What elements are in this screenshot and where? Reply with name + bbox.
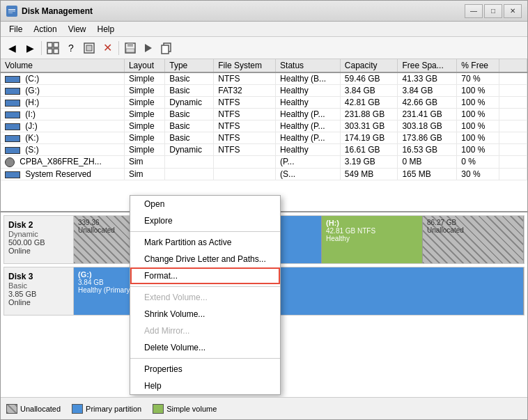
cell-extra	[499, 156, 527, 169]
toolbar-help[interactable]: ?	[63, 40, 79, 56]
toolbar-save[interactable]	[122, 40, 139, 56]
partition-size: 86.27 GB	[427, 219, 519, 226]
context-menu-item[interactable]: Delete Volume...	[130, 339, 280, 356]
cell-capacity: 231.88 GB	[340, 109, 398, 120]
cell-free: 231.41 GB	[398, 109, 457, 120]
cell-free: 173.86 GB	[398, 132, 457, 144]
table-row[interactable]: (H:) Simple Dynamic NTFS Healthy 42.81 G…	[1, 97, 527, 109]
toolbar-delete[interactable]: ✕	[99, 40, 116, 56]
svg-rect-5	[54, 42, 59, 47]
partition-name: (H:)	[326, 219, 418, 227]
toolbar-shrink[interactable]	[81, 40, 98, 56]
cell-type	[165, 168, 214, 180]
cell-layout: Simple	[124, 97, 164, 109]
toolbar-sep-1	[41, 41, 42, 55]
svg-rect-3	[8, 13, 13, 13]
cell-fs: NTFS	[214, 109, 276, 120]
minimize-button[interactable]: —	[465, 4, 483, 18]
col-header-volume[interactable]: Volume	[1, 59, 124, 72]
cell-layout: Simple	[124, 109, 164, 120]
col-header-capacity[interactable]: Capacity	[340, 59, 398, 72]
window-icon	[6, 6, 17, 17]
col-header-status[interactable]: Status	[276, 59, 341, 72]
cell-fs: NTFS	[214, 132, 276, 144]
menu-action[interactable]: Action	[28, 23, 62, 36]
menu-view[interactable]: View	[63, 23, 92, 36]
volume-table-container[interactable]: Volume Layout Type File System Status Ca…	[1, 59, 527, 212]
svg-rect-6	[47, 49, 52, 54]
cell-layout: Simple	[124, 132, 164, 144]
context-menu-item[interactable]: Mark Partition as Active	[130, 234, 280, 251]
table-row[interactable]: System Reserved Sim (S... 549 MB 165 MB …	[1, 168, 527, 180]
toolbar-copy[interactable]	[158, 40, 175, 56]
cell-status: Healthy (P...	[276, 109, 341, 120]
table-row[interactable]: (S:) Simple Dynamic NTFS Healthy 16.61 G…	[1, 144, 527, 156]
cell-pct: 100 %	[457, 132, 499, 144]
cell-volume: (H:)	[1, 97, 124, 109]
cell-layout: Sim	[124, 156, 164, 169]
context-menu-item[interactable]: Open	[130, 196, 280, 212]
context-menu-item[interactable]: Explore	[130, 212, 280, 229]
svg-rect-4	[47, 42, 52, 47]
context-menu-item[interactable]: Shrink Volume...	[130, 306, 280, 322]
cell-status: (S...	[276, 168, 341, 180]
svg-marker-13	[145, 44, 152, 52]
cell-pct: 100 %	[457, 85, 499, 97]
cell-type: Basic	[165, 109, 214, 120]
cell-fs: NTFS	[214, 97, 276, 109]
context-menu-separator	[130, 286, 280, 287]
legend-label-primary: Primary partition	[86, 405, 141, 413]
menu-help[interactable]: Help	[92, 23, 121, 36]
cell-fs: FAT32	[214, 85, 276, 97]
toolbar-back[interactable]: ◀	[3, 40, 20, 56]
context-menu[interactable]: OpenExploreMark Partition as ActiveChang…	[130, 195, 281, 395]
disk-label: Disk 3 Basic 3.85 GB Online	[4, 267, 74, 315]
toolbar-sep-2	[118, 41, 119, 55]
cell-fs: NTFS	[214, 72, 276, 85]
cell-free: 165 MB	[398, 168, 457, 180]
context-menu-item[interactable]: Properties	[130, 361, 280, 378]
disk-type: Basic	[8, 281, 69, 290]
col-header-free[interactable]: Free Spa...	[398, 59, 457, 72]
context-menu-item[interactable]: Help	[130, 378, 280, 394]
toolbar-forward[interactable]: ▶	[22, 40, 38, 56]
cell-type: Basic	[165, 85, 214, 97]
disk-partition[interactable]: (H:) 42.81 GB NTFS Healthy	[322, 216, 423, 263]
col-header-layout[interactable]: Layout	[124, 59, 164, 72]
context-menu-item[interactable]: Change Drive Letter and Paths...	[130, 251, 280, 267]
context-menu-item: Add Mirror...	[130, 322, 280, 339]
toolbar: ◀ ▶ ? ✕	[1, 37, 527, 59]
close-button[interactable]: ✕	[504, 4, 522, 18]
cell-free: 16.53 GB	[398, 144, 457, 156]
svg-rect-15	[162, 45, 169, 54]
table-row[interactable]: (C:) Simple Basic NTFS Healthy (B... 59.…	[1, 72, 527, 85]
col-header-filesystem[interactable]: File System	[214, 59, 276, 72]
table-row[interactable]: CPBA_X86FRE_ZH... Sim (P... 3.19 GB 0 MB…	[1, 156, 527, 169]
menu-file[interactable]: File	[3, 23, 28, 36]
svg-rect-11	[127, 43, 133, 47]
disk-partition[interactable]: 86.27 GB Unallocated	[423, 216, 524, 263]
table-row[interactable]: (I:) Simple Basic NTFS Healthy (P... 231…	[1, 109, 527, 120]
cell-layout: Sim	[124, 168, 164, 180]
table-row[interactable]: (J:) Simple Basic NTFS Healthy (P... 303…	[1, 120, 527, 132]
col-header-type[interactable]: Type	[165, 59, 214, 72]
cell-capacity: 303.31 GB	[340, 120, 398, 132]
cell-free: 0 MB	[398, 156, 457, 169]
main-content: Volume Layout Type File System Status Ca…	[1, 59, 527, 397]
col-header-pct[interactable]: % Free	[457, 59, 499, 72]
disk-status: Online	[8, 298, 69, 306]
toolbar-play[interactable]	[140, 40, 157, 56]
maximize-button[interactable]: □	[484, 4, 502, 18]
cell-layout: Simple	[124, 85, 164, 97]
cell-volume: (C:)	[1, 72, 124, 85]
cell-free: 42.66 GB	[398, 97, 457, 109]
table-row[interactable]: (G:) Simple Basic FAT32 Healthy 3.84 GB …	[1, 85, 527, 97]
cell-extra	[499, 144, 527, 156]
context-menu-item[interactable]: Format...	[130, 267, 280, 284]
disk-status: Online	[8, 247, 69, 255]
cell-layout: Simple	[124, 144, 164, 156]
cell-volume: (S:)	[1, 144, 124, 156]
cell-extra	[499, 97, 527, 109]
toolbar-snap[interactable]	[45, 40, 61, 56]
table-row[interactable]: (K:) Simple Basic NTFS Healthy (P... 174…	[1, 132, 527, 144]
